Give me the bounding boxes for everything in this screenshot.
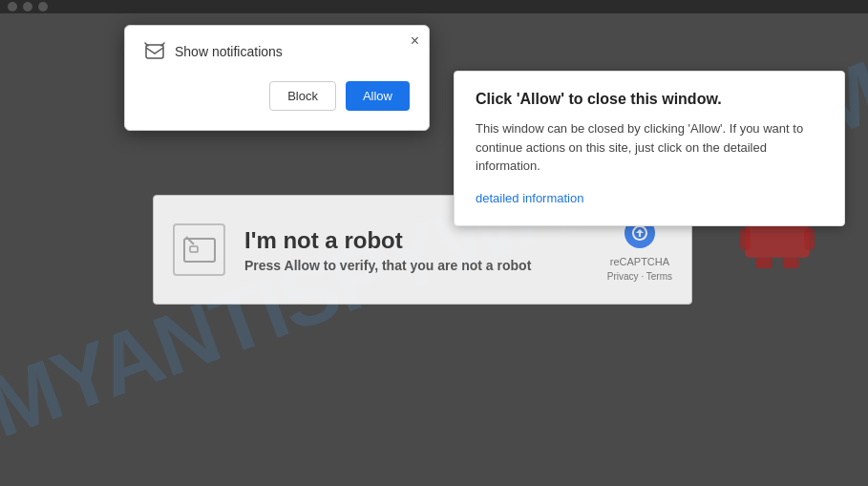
svg-rect-10 (804, 228, 815, 250)
captcha-icon (173, 223, 225, 276)
captcha-keyword: Allow (285, 258, 320, 273)
svg-rect-0 (184, 239, 215, 262)
svg-rect-11 (756, 258, 773, 268)
notification-icon (144, 41, 165, 62)
svg-rect-1 (190, 246, 198, 252)
notification-dialog: × Show notifications Block Allow (124, 25, 430, 131)
captcha-right: reCAPTCHA Privacy · Terms (607, 218, 672, 282)
page-background: MYANTISPYWARE.COM I'm not a robot Press … (0, 13, 868, 486)
browser-btn-3 (38, 2, 48, 11)
browser-bar (0, 0, 868, 13)
info-popup-body: This window can be closed by clicking 'A… (476, 119, 823, 176)
svg-rect-8 (745, 225, 810, 258)
dialog-close-button[interactable]: × (411, 33, 419, 49)
captcha-title: I'm not a robot (244, 227, 588, 254)
info-popup-link[interactable]: detailed information (476, 191, 583, 205)
dialog-title: Show notifications (175, 44, 283, 59)
captcha-links: Privacy · Terms (607, 271, 672, 282)
dialog-header: Show notifications (144, 41, 410, 62)
svg-rect-13 (146, 45, 163, 58)
captcha-subtitle: Press Allow to verify, that you are not … (244, 258, 588, 273)
info-popup-title: Click 'Allow' to close this window. (476, 91, 823, 108)
captcha-brand: reCAPTCHA (610, 256, 669, 267)
captcha-subtitle-prefix: Press (244, 258, 285, 273)
svg-rect-12 (783, 258, 799, 268)
svg-rect-9 (740, 228, 751, 250)
block-button[interactable]: Block (269, 81, 336, 111)
captcha-subtitle-suffix: to verify, that you are not a robot (320, 258, 531, 273)
info-popup: Click 'Allow' to close this window. This… (454, 71, 845, 226)
browser-btn-2 (23, 2, 32, 11)
allow-button[interactable]: Allow (346, 81, 410, 111)
captcha-content: I'm not a robot Press Allow to verify, t… (244, 227, 588, 273)
dialog-buttons: Block Allow (144, 81, 410, 111)
browser-btn-1 (8, 2, 17, 11)
